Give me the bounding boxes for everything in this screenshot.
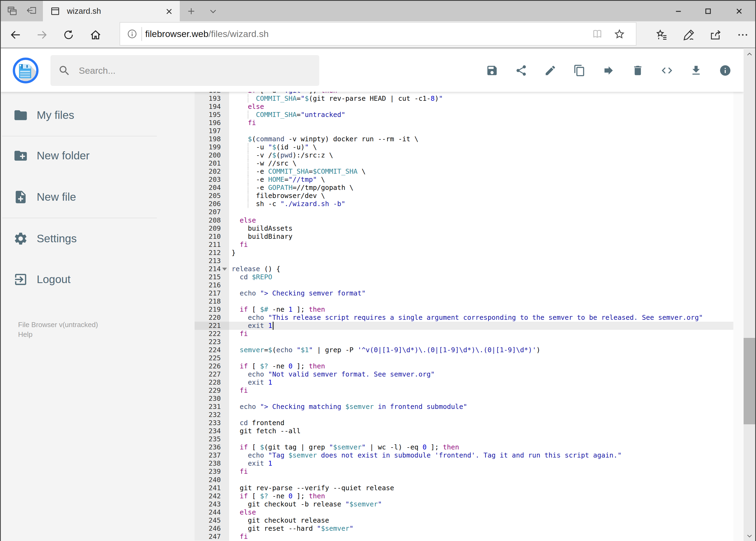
line-number[interactable]: 242 [195, 492, 229, 500]
code-line-210[interactable]: 210 buildBinary [195, 233, 733, 241]
line-number[interactable]: 233 [195, 419, 229, 427]
code-line-208[interactable]: 208 else [195, 216, 733, 225]
code-line-218[interactable]: 218 [195, 297, 733, 305]
line-number[interactable]: 244 [195, 508, 229, 516]
code-line-242[interactable]: 242 if [ $? -ne 0 ]; then [195, 492, 733, 500]
line-number[interactable]: 207 [195, 208, 229, 216]
help-link[interactable]: Help [18, 330, 98, 339]
sidebar-item-my-files[interactable]: My files [1, 100, 195, 130]
line-number[interactable]: 236 [195, 443, 229, 451]
code-line-241[interactable]: 241 git rev-parse --verify --quiet relea… [195, 484, 733, 492]
line-number[interactable]: 218 [195, 297, 229, 305]
line-number[interactable]: 199 [195, 143, 229, 151]
code-line-214[interactable]: 214release () { [195, 265, 733, 273]
site-info-button[interactable] [124, 23, 140, 45]
minimize-button[interactable] [663, 1, 693, 21]
browser-scrollbar[interactable] [744, 49, 755, 541]
code-line-221[interactable]: 221 exit 1 [195, 322, 733, 330]
code-line-195[interactable]: 195 COMMIT_SHA="untracked" [195, 111, 733, 119]
rename-button[interactable] [536, 49, 565, 92]
tab-preview-button[interactable] [4, 1, 20, 21]
new-tab-button[interactable] [184, 1, 198, 21]
code-line-233[interactable]: 233 cd frontend [195, 419, 733, 427]
code-line-207[interactable]: 207 [195, 208, 733, 216]
code-line-224[interactable]: 224 semver=$(echo "$1" | grep -P '^v(0|[… [195, 346, 733, 354]
code-line-238[interactable]: 238 exit 1 [195, 459, 733, 467]
code-line-247[interactable]: 247 fi [195, 533, 733, 541]
forward-button[interactable] [31, 21, 53, 48]
code-line-237[interactable]: 237 echo "Tag $semver does not exist in … [195, 451, 733, 459]
line-number[interactable]: 192 [195, 92, 229, 95]
code-line-200[interactable]: 200 -v /$(pwd):/src:z \ [195, 151, 733, 159]
favorites-hub-button[interactable] [650, 21, 673, 48]
code-line-199[interactable]: 199 -u "$(id -u)" \ [195, 143, 733, 151]
code-line-220[interactable]: 220 echo "This release script requires a… [195, 313, 733, 322]
line-number[interactable]: 210 [195, 233, 229, 241]
info-button[interactable] [711, 49, 740, 92]
address-bar[interactable]: filebrowser.web/files/wizard.sh [120, 22, 636, 46]
download-button[interactable] [681, 49, 711, 92]
line-number[interactable]: 202 [195, 168, 229, 176]
sidebar-item-settings[interactable]: Settings [1, 224, 195, 254]
code-line-212[interactable]: 212} [195, 249, 733, 257]
code-line-243[interactable]: 243 git checkout -b release "$semver" [195, 500, 733, 508]
line-number[interactable]: 229 [195, 386, 229, 395]
line-number[interactable]: 221 [195, 322, 229, 330]
delete-button[interactable] [623, 49, 652, 92]
code-line-216[interactable]: 216 [195, 281, 733, 289]
code-line-225[interactable]: 225 [195, 354, 733, 362]
code-line-222[interactable]: 222 fi [195, 330, 733, 338]
scrollbar-thumb[interactable] [744, 338, 755, 424]
code-line-211[interactable]: 211 fi [195, 241, 733, 249]
code-line-219[interactable]: 219 if [ $# -ne 1 ]; then [195, 305, 733, 313]
browser-tab[interactable]: wizard.sh [43, 1, 180, 21]
line-number[interactable]: 243 [195, 500, 229, 508]
code-line-202[interactable]: 202 -e COMMIT_SHA=$COMMIT_SHA \ [195, 168, 733, 176]
code-line-204[interactable]: 204 -e GOPATH=//tmp/gopath \ [195, 184, 733, 192]
line-number[interactable]: 228 [195, 378, 229, 386]
line-number[interactable]: 209 [195, 225, 229, 233]
sidebar-item-logout[interactable]: Logout [1, 265, 195, 294]
code-line-245[interactable]: 245 git checkout release [195, 516, 733, 525]
code-line-192[interactable]: 192 if [ -d ".git" ]; then [195, 92, 733, 95]
line-number[interactable]: 247 [195, 533, 229, 541]
line-number[interactable]: 226 [195, 362, 229, 370]
line-number[interactable]: 234 [195, 427, 229, 435]
filebrowser-logo[interactable] [12, 57, 39, 84]
line-number[interactable]: 239 [195, 467, 229, 476]
line-number[interactable]: 203 [195, 176, 229, 184]
editor-mode-button[interactable] [652, 49, 681, 92]
line-number[interactable]: 195 [195, 111, 229, 119]
code-line-196[interactable]: 196 fi [195, 119, 733, 127]
code-line-193[interactable]: 193 COMMIT_SHA="$(git rev-parse HEAD | c… [195, 95, 733, 103]
line-number[interactable]: 216 [195, 281, 229, 289]
scroll-up-button[interactable] [744, 49, 755, 59]
code-line-229[interactable]: 229 fi [195, 386, 733, 395]
code-line-234[interactable]: 234 git fetch --all [195, 427, 733, 435]
code-line-239[interactable]: 239 fi [195, 467, 733, 476]
code-line-213[interactable]: 213 [195, 257, 733, 265]
line-number[interactable]: 204 [195, 184, 229, 192]
code-line-244[interactable]: 244 else [195, 508, 733, 516]
code-line-235[interactable]: 235 [195, 435, 733, 443]
line-number[interactable]: 201 [195, 159, 229, 168]
favorite-button[interactable] [611, 23, 629, 45]
code-line-228[interactable]: 228 exit 1 [195, 378, 733, 386]
line-number[interactable]: 206 [195, 200, 229, 208]
tab-close-button[interactable] [164, 6, 174, 16]
move-button[interactable] [594, 49, 623, 92]
line-number[interactable]: 220 [195, 313, 229, 322]
scroll-down-button[interactable] [744, 531, 755, 541]
sidebar-item-new-folder[interactable]: New folder [1, 141, 195, 171]
code-line-203[interactable]: 203 -e HOME="//tmp" \ [195, 176, 733, 184]
line-number[interactable]: 238 [195, 459, 229, 467]
line-number[interactable]: 194 [195, 103, 229, 111]
line-number[interactable]: 205 [195, 192, 229, 200]
code-line-227[interactable]: 227 echo "Not valid semver format. See s… [195, 370, 733, 378]
line-number[interactable]: 213 [195, 257, 229, 265]
more-button[interactable] [731, 21, 754, 48]
line-number[interactable]: 231 [195, 403, 229, 411]
web-note-button[interactable] [677, 21, 700, 48]
code-editor[interactable]: 192 if [ -d ".git" ]; then193 COMMIT_SHA… [195, 92, 733, 541]
code-line-240[interactable]: 240 [195, 476, 733, 484]
